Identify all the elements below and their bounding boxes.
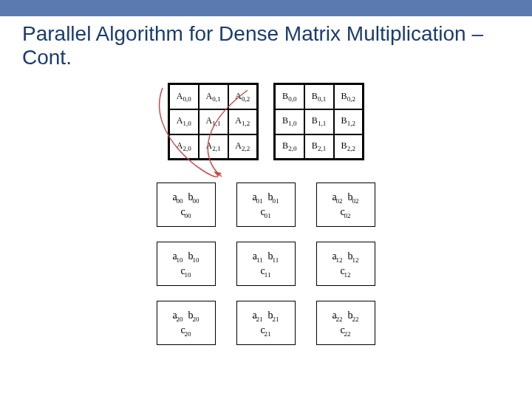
cell-a12: A1,2 bbox=[228, 109, 258, 134]
matrix-b: B0,0 B0,1 B0,2 B1,0 B1,1 B1,2 B2,0 B2,1 … bbox=[273, 83, 364, 160]
proc-11: a11b11 c11 bbox=[236, 242, 296, 286]
cell-a02: A0,2 bbox=[228, 84, 258, 109]
cell-b22: B2,2 bbox=[334, 134, 364, 160]
cell-a10: A1,0 bbox=[169, 109, 199, 134]
cell-b00: B0,0 bbox=[275, 84, 304, 109]
proc-20: a20b20 c20 bbox=[157, 301, 216, 345]
matrix-a: A0,0 A0,1 A0,2 A1,0 A1,1 A1,2 A2,0 A2,1 … bbox=[168, 83, 259, 160]
cell-b10: B1,0 bbox=[275, 109, 304, 134]
cell-b21: B2,1 bbox=[304, 134, 334, 160]
proc-10: a10b10 c10 bbox=[157, 242, 216, 286]
cell-a20: A2,0 bbox=[169, 134, 199, 160]
proc-21: a21b21 c21 bbox=[236, 301, 296, 345]
proc-01: a01b01 c01 bbox=[236, 183, 296, 227]
cell-b02: B0,2 bbox=[334, 84, 364, 109]
proc-12: a12b12 c12 bbox=[316, 242, 375, 286]
proc-00: a00b00 c00 bbox=[157, 183, 216, 227]
cell-a01: A0,1 bbox=[199, 84, 228, 109]
svg-marker-0 bbox=[214, 171, 222, 177]
cell-a21: A2,1 bbox=[199, 134, 228, 160]
matrix-diagram: A0,0 A0,1 A0,2 A1,0 A1,1 A1,2 A2,0 A2,1 … bbox=[0, 83, 532, 160]
cell-b11: B1,1 bbox=[304, 109, 334, 134]
proc-22: a22b22 c22 bbox=[316, 301, 375, 345]
cell-a00: A0,0 bbox=[169, 84, 199, 109]
cell-b01: B0,1 bbox=[304, 84, 334, 109]
processor-grid: a00b00 c00 a01b01 c01 a02b02 c02 a10b10 … bbox=[148, 183, 384, 345]
cell-a22: A2,2 bbox=[228, 134, 258, 160]
cell-b12: B1,2 bbox=[334, 109, 364, 134]
cell-b20: B2,0 bbox=[275, 134, 304, 160]
slide-title: Parallel Algorithm for Dense Matrix Mult… bbox=[0, 16, 532, 69]
cell-a11: A1,1 bbox=[199, 109, 228, 134]
title-bar bbox=[0, 0, 532, 16]
proc-02: a02b02 c02 bbox=[316, 183, 375, 227]
